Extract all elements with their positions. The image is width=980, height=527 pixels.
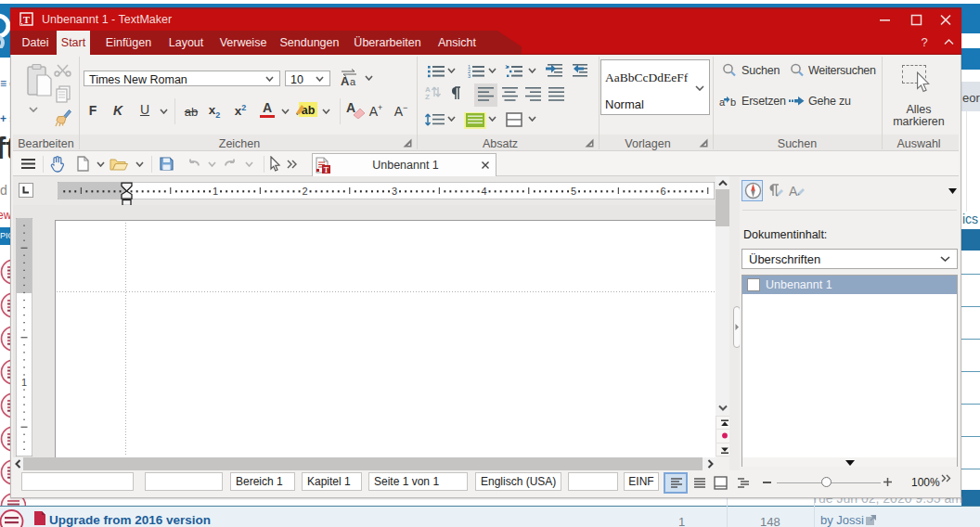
svg-text:1: 1 <box>21 377 27 388</box>
svg-text:3: 3 <box>468 73 471 79</box>
svg-text:3: 3 <box>392 186 397 197</box>
svg-text:T: T <box>23 15 30 25</box>
svg-text:5: 5 <box>571 186 576 197</box>
svg-text:Z: Z <box>425 93 430 101</box>
svg-text:a: a <box>719 96 726 108</box>
svg-text:2: 2 <box>302 186 307 197</box>
svg-text:a: a <box>350 76 356 87</box>
svg-text:1: 1 <box>505 64 508 70</box>
svg-text:1: 1 <box>213 186 218 197</box>
svg-text:A: A <box>341 74 350 87</box>
svg-text:A: A <box>789 184 798 199</box>
svg-text:6: 6 <box>660 186 665 197</box>
svg-text:4: 4 <box>481 186 486 197</box>
